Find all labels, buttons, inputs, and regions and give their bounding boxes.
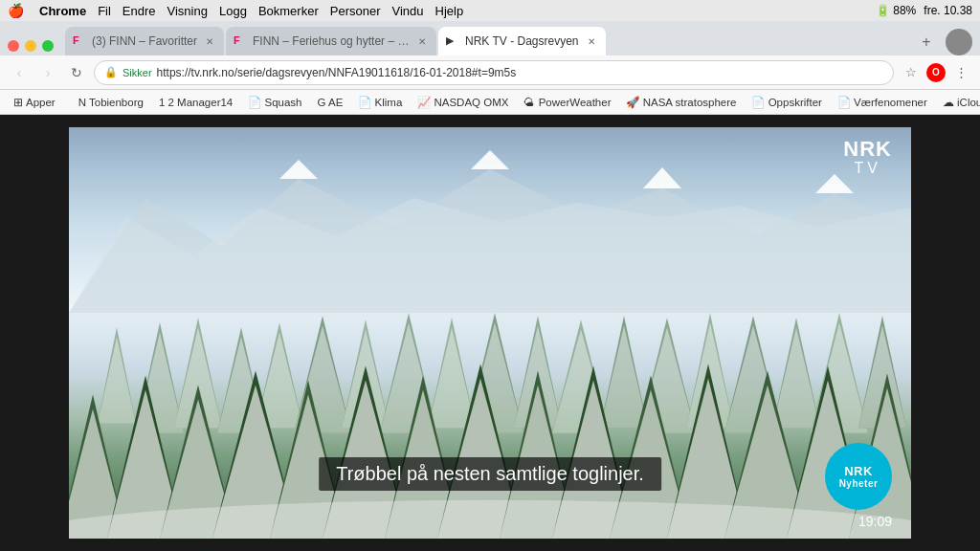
tab-close-icon[interactable]: ✕ (415, 34, 429, 48)
bookmark-label: 📄 Værfenomener (837, 96, 927, 109)
nrk-tv-logo: NRK TV (843, 139, 892, 177)
bookmark-klima[interactable]: 📄 Klima (352, 94, 408, 111)
bookmark-label: 📄 Squash (248, 96, 301, 109)
bookmark-label: 🚀 NASA stratosphere (626, 96, 736, 109)
tab-favicon: F (234, 34, 247, 48)
tab-nrk-dagsrevyen[interactable]: ▶ NRK TV - Dagsrevyen ✕ (438, 27, 605, 55)
bookmark-apper[interactable]: ⊞ Apper (8, 94, 61, 111)
profile-button[interactable] (946, 29, 972, 55)
url-text: https://tv.nrk.no/serie/dagsrevyen/NNFA1… (157, 66, 517, 79)
svg-marker-39 (772, 327, 820, 428)
reload-button[interactable]: ↻ (65, 61, 88, 84)
subtitle-text: Trøbbel på nesten samtlige toglinjer. (336, 463, 644, 484)
bookmark-label: 🌤 PowerWeather (523, 97, 611, 108)
traffic-lights (8, 40, 54, 55)
tab-label: (3) FINN – Favoritter (92, 34, 197, 48)
new-tab-button[interactable]: + (913, 29, 940, 55)
lock-icon: 🔒 (104, 66, 118, 78)
minimize-button[interactable] (25, 40, 36, 52)
nrk-tv-text: TV (854, 160, 880, 177)
video-frame[interactable]: NRK TV Trøbbel på nesten samtlige toglin… (69, 127, 911, 539)
bookmark-label: N Tobienborg (78, 97, 144, 108)
secure-label: Sikker (122, 67, 152, 78)
black-bar-left (0, 115, 69, 551)
svg-marker-2 (279, 160, 318, 179)
black-bar-right (911, 115, 980, 551)
timestamp-text: 19:09 (858, 514, 892, 529)
opera-icon[interactable]: O (926, 63, 946, 82)
bookmark-oppskrifter[interactable]: 📄 Oppskrifter (746, 94, 827, 111)
bookmark-vaerfenomener[interactable]: 📄 Værfenomener (832, 94, 933, 111)
bookmark-squash[interactable]: 📄 Squash (242, 94, 307, 111)
menu-vindu[interactable]: Vindu (391, 4, 423, 18)
forest (69, 251, 911, 539)
bookmark-label: ☁ iCloud (943, 96, 980, 109)
maximize-button[interactable] (42, 40, 54, 52)
svg-marker-4 (643, 167, 681, 188)
subtitle-bar: Trøbbel på nesten samtlige toglinjer. (319, 457, 661, 491)
bookmark-ae[interactable]: G AE (311, 95, 348, 110)
tab-favicon: ▶ (446, 34, 459, 48)
menu-visning[interactable]: Visning (167, 4, 208, 18)
star-icon[interactable]: ☆ (900, 61, 923, 84)
tab-favicon: F (73, 34, 86, 48)
forward-button[interactable]: › (36, 61, 59, 84)
bookmark-icloud[interactable]: ☁ iCloud (937, 94, 980, 111)
bookmark-label: 📄 Oppskrifter (751, 96, 821, 109)
bookmark-powerweather[interactable]: 🌤 PowerWeather (518, 95, 616, 110)
settings-icon[interactable]: ⋮ (949, 61, 972, 84)
close-button[interactable] (8, 40, 19, 52)
svg-marker-31 (600, 325, 648, 428)
menu-endre[interactable]: Endre (122, 4, 156, 18)
nrk-text: NRK (843, 139, 892, 160)
menu-fil[interactable]: Fil (98, 4, 111, 18)
tab-finn-feriehus[interactable]: F FINN – Feriehus og hytter – Dr... ✕ (226, 27, 436, 55)
menu-hjelp[interactable]: Hjelp (435, 4, 464, 18)
menu-logg[interactable]: Logg (219, 4, 247, 18)
tab-label: NRK TV - Dagsrevyen (465, 34, 578, 48)
macos-menu-bar: 🍎 Chrome Fil Endre Visning Logg Bokmerke… (0, 0, 980, 21)
bookmark-tobienborg[interactable]: N Tobienborg (73, 95, 149, 110)
bookmark-label: Apper (26, 97, 56, 108)
menu-bokmerker[interactable]: Bokmerker (258, 4, 319, 18)
bookmarks-bar: ⊞ Apper N Tobienborg 1 2 Manager14 📄 Squ… (0, 90, 980, 115)
app-name[interactable]: Chrome (39, 4, 86, 18)
address-bar: ‹ › ↻ 🔒 Sikker https://tv.nrk.no/serie/d… (0, 55, 980, 90)
bookmark-label: 📄 Klima (358, 96, 402, 109)
tab-label: FINN – Feriehus og hytter – Dr... (253, 34, 410, 48)
video-container[interactable]: NRK TV Trøbbel på nesten samtlige toglin… (0, 115, 980, 551)
nrk-nyheter-badge: NRK Nyheter (825, 443, 892, 510)
tab-bar: F (3) FINN – Favoritter ✕ F FINN – Ferie… (0, 21, 980, 55)
tab-close-icon[interactable]: ✕ (203, 34, 216, 48)
datetime: fre. 10.38 (924, 4, 972, 17)
bookmark-nasdaq[interactable]: 📈 NASDAQ OMX (412, 94, 514, 111)
badge-nyheter-text: Nyheter (839, 478, 879, 489)
apple-icon[interactable]: 🍎 (8, 3, 24, 18)
url-bar[interactable]: 🔒 Sikker https://tv.nrk.no/serie/dagsrev… (94, 60, 894, 85)
video-timestamp: 19:09 (858, 514, 892, 529)
bookmark-label: 1 2 Manager14 (159, 97, 233, 108)
bookmark-nasa[interactable]: 🚀 NASA stratosphere (620, 94, 742, 111)
tab-finn-favorites[interactable]: F (3) FINN – Favoritter ✕ (65, 27, 224, 55)
tab-close-icon[interactable]: ✕ (585, 34, 598, 48)
bookmark-icon: ⊞ (13, 96, 23, 109)
bookmark-label: 📈 NASDAQ OMX (417, 96, 508, 109)
bookmark-label: G AE (317, 97, 343, 108)
back-button[interactable]: ‹ (8, 61, 31, 84)
svg-marker-7 (98, 337, 136, 423)
menu-personer[interactable]: Personer (330, 4, 381, 18)
badge-nrk-text: NRK (844, 464, 873, 479)
browser-window: F (3) FINN – Favoritter ✕ F FINN – Ferie… (0, 21, 980, 551)
svg-marker-3 (471, 150, 509, 169)
battery-status: 🔋 88% (876, 4, 916, 17)
bookmark-manager14[interactable]: 1 2 Manager14 (153, 95, 238, 110)
